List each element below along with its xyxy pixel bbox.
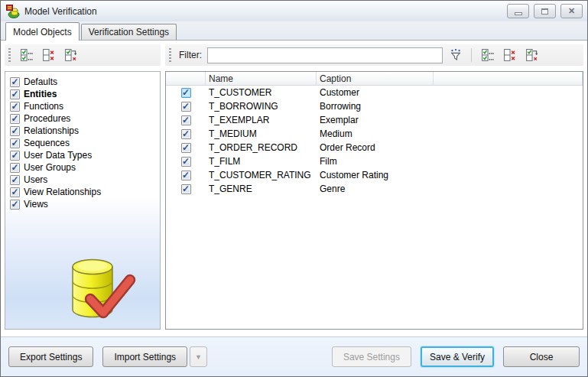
table-row[interactable]: ✓ T_CUSTOMER_RATING Customer Rating bbox=[166, 168, 583, 182]
checkbox-checked-icon[interactable]: ✓ bbox=[10, 151, 20, 161]
invert-rows-check-button[interactable] bbox=[522, 46, 541, 64]
table-row[interactable]: ✓ T_FILM Film bbox=[166, 154, 583, 168]
export-settings-button[interactable]: Export Settings bbox=[8, 346, 93, 367]
uncheck-all-icon bbox=[42, 49, 55, 62]
check-all-rows-button[interactable] bbox=[478, 46, 496, 64]
window-title: Model Verification bbox=[24, 6, 507, 17]
invert-checks-icon bbox=[525, 49, 538, 62]
checkbox-checked-icon[interactable]: ✓ bbox=[10, 175, 20, 185]
table-toolbar: Filter: bbox=[165, 44, 583, 66]
filter-funnel-icon bbox=[449, 48, 463, 62]
filter-input[interactable] bbox=[207, 47, 443, 63]
toolbar-separator bbox=[471, 48, 472, 62]
chevron-down-icon: ▼ bbox=[195, 353, 202, 361]
list-item-procedures[interactable]: ✓Procedures bbox=[10, 112, 160, 125]
apply-filter-button[interactable] bbox=[447, 46, 465, 64]
tabstrip: Model Objects Verification Settings bbox=[1, 21, 587, 40]
table-row[interactable]: ✓ T_MEDIUM Medium bbox=[166, 127, 583, 141]
minimize-icon bbox=[515, 12, 522, 15]
column-header-name[interactable]: Name bbox=[206, 72, 317, 85]
list-item-functions[interactable]: ✓Functions bbox=[10, 100, 160, 112]
table-row[interactable]: ✓ T_GENRE Genre bbox=[166, 182, 583, 196]
checkbox-checked-icon[interactable]: ✓ bbox=[181, 129, 191, 139]
table-row[interactable]: ✓ T_EXEMPLAR Exemplar bbox=[166, 113, 583, 127]
object-types-panel: ✓Defaults ✓Entities ✓Functions ✓Procedur… bbox=[5, 71, 161, 330]
checkbox-checked-icon[interactable]: ✓ bbox=[181, 143, 191, 153]
panels: ✓Defaults ✓Entities ✓Functions ✓Procedur… bbox=[5, 71, 583, 330]
titlebar[interactable]: Model Verification ✕ bbox=[1, 1, 587, 21]
checkbox-checked-icon[interactable]: ✓ bbox=[10, 187, 20, 197]
tab-model-objects[interactable]: Model Objects bbox=[5, 22, 80, 41]
column-header-checkbox[interactable] bbox=[166, 72, 206, 85]
checkbox-checked-icon[interactable]: ✓ bbox=[181, 102, 191, 112]
list-item-views[interactable]: ✓Views bbox=[10, 198, 160, 210]
model-verification-app-icon bbox=[6, 5, 20, 18]
list-item-relationships[interactable]: ✓Relationships bbox=[10, 125, 160, 137]
list-item-entities[interactable]: ✓Entities bbox=[10, 88, 160, 100]
table-row[interactable]: ✓ T_CUSTOMER Customer bbox=[166, 86, 583, 99]
column-header-empty bbox=[434, 72, 583, 85]
filter-label: Filter: bbox=[179, 50, 202, 60]
invert-types-check-button[interactable] bbox=[61, 46, 80, 64]
uncheck-all-types-button[interactable] bbox=[39, 46, 57, 64]
checkbox-checked-icon[interactable]: ✓ bbox=[10, 114, 20, 124]
list-item-defaults[interactable]: ✓Defaults bbox=[10, 76, 160, 88]
footer-bar: Export Settings Import Settings ▼ Save S… bbox=[1, 336, 587, 376]
checkbox-checked-icon[interactable]: ✓ bbox=[181, 184, 191, 194]
checkbox-checked-icon[interactable]: ✓ bbox=[181, 171, 191, 180]
close-window-button[interactable]: ✕ bbox=[560, 4, 583, 18]
uncheck-all-rows-button[interactable] bbox=[500, 46, 518, 64]
toolbar-grip[interactable] bbox=[169, 48, 171, 62]
minimize-button[interactable] bbox=[507, 4, 529, 18]
checkbox-checked-icon[interactable]: ✓ bbox=[10, 89, 20, 99]
object-type-list: ✓Defaults ✓Entities ✓Functions ✓Procedur… bbox=[5, 72, 160, 210]
entities-table: Name Caption ✓ T_CUSTOMER Customer ✓ T_B… bbox=[165, 71, 583, 330]
toolbars: Filter: bbox=[5, 44, 583, 66]
list-item-user-data-types[interactable]: ✓User Data Types bbox=[10, 149, 160, 161]
checkbox-checked-icon[interactable]: ✓ bbox=[10, 138, 20, 148]
import-settings-dropdown-button: ▼ bbox=[190, 346, 207, 367]
check-all-types-button[interactable] bbox=[17, 46, 35, 64]
check-all-icon bbox=[481, 49, 494, 62]
object-types-toolbar bbox=[5, 44, 161, 66]
checkbox-checked-icon[interactable]: ✓ bbox=[181, 115, 191, 125]
checkbox-checked-icon[interactable]: ✓ bbox=[10, 200, 20, 210]
close-button[interactable]: Close bbox=[503, 346, 580, 367]
checkbox-checked-icon[interactable]: ✓ bbox=[181, 157, 191, 167]
maximize-icon bbox=[541, 8, 548, 15]
checkbox-checked-icon[interactable]: ✓ bbox=[10, 126, 20, 136]
checkbox-checked-icon[interactable]: ✓ bbox=[10, 77, 20, 87]
maximize-button[interactable] bbox=[534, 4, 556, 18]
list-item-users[interactable]: ✓Users bbox=[10, 174, 160, 186]
list-item-sequences[interactable]: ✓Sequences bbox=[10, 137, 160, 149]
invert-checks-icon bbox=[64, 49, 77, 62]
check-all-icon bbox=[20, 49, 33, 62]
save-and-verify-button[interactable]: Save & Verify bbox=[421, 346, 494, 367]
checkbox-checked-icon[interactable]: ✓ bbox=[181, 88, 191, 98]
checkbox-checked-icon[interactable]: ✓ bbox=[10, 163, 20, 173]
table-row[interactable]: ✓ T_ORDER_RECORD Order Record bbox=[166, 141, 583, 154]
uncheck-all-icon bbox=[503, 49, 516, 62]
model-verification-dialog: Model Verification ✕ Model Objects Verif… bbox=[0, 0, 588, 377]
checkbox-checked-icon[interactable]: ✓ bbox=[10, 102, 20, 112]
table-row[interactable]: ✓ T_BORROWING Borrowing bbox=[166, 99, 583, 113]
model-objects-page: Filter: bbox=[1, 40, 587, 336]
table-header-row: Name Caption bbox=[166, 72, 583, 86]
import-settings-button[interactable]: Import Settings bbox=[102, 346, 187, 367]
database-verify-icon bbox=[60, 255, 140, 327]
list-item-user-groups[interactable]: ✓User Groups bbox=[10, 161, 160, 174]
list-item-view-relationships[interactable]: ✓View Relationships bbox=[10, 186, 160, 198]
toolbar-grip[interactable] bbox=[8, 48, 11, 62]
column-header-caption[interactable]: Caption bbox=[317, 72, 434, 85]
window-controls: ✕ bbox=[507, 4, 583, 18]
tab-verification-settings[interactable]: Verification Settings bbox=[81, 24, 177, 40]
close-icon: ✕ bbox=[568, 7, 575, 15]
save-settings-button: Save Settings bbox=[332, 346, 411, 367]
